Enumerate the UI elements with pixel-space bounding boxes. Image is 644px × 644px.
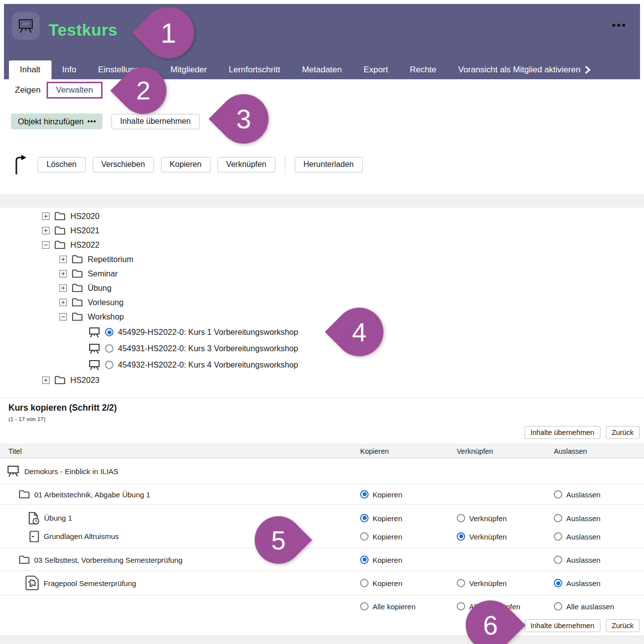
radio-selected[interactable] <box>360 514 369 522</box>
radio[interactable] <box>457 514 465 522</box>
tree-node-vorlesung[interactable]: Vorlesung <box>42 295 298 310</box>
table-buttons-bottom: Inhalte übernehmen Zurück <box>525 619 640 632</box>
option-verknuepfen[interactable]: Verknüpfen <box>457 532 507 540</box>
subtab-zeigen[interactable]: Zeigen <box>15 85 41 95</box>
folder-icon <box>54 376 65 384</box>
radio[interactable] <box>457 602 465 611</box>
tree-node-workshop[interactable]: Workshop <box>42 310 298 324</box>
row-title: Demokurs - Einblick in ILIAS <box>24 467 118 476</box>
radio[interactable] <box>457 579 465 588</box>
tab-rechte[interactable]: Rechte <box>399 60 447 79</box>
table-footer-row: Alle kopieren Alle verknüpfen Alle ausla… <box>0 595 644 617</box>
collapse-icon[interactable] <box>59 313 67 321</box>
radio-selected[interactable] <box>360 490 369 498</box>
radio[interactable] <box>554 532 562 540</box>
tab-export[interactable]: Export <box>353 60 399 79</box>
more-actions-icon[interactable] <box>612 24 625 27</box>
tab-lernfortschritt[interactable]: Lernfortschritt <box>218 60 291 79</box>
table-row: 03 Selbsttest, Vorbereitung Semesterprüf… <box>0 548 644 571</box>
radio[interactable] <box>360 579 369 588</box>
toolbar-divider <box>285 155 285 174</box>
table-row: 01 Arbeitstechnik, Abgabe Übung 1 Kopier… <box>0 484 644 505</box>
adopt-content-button-bottom[interactable]: Inhalte übernehmen <box>525 619 600 632</box>
radio[interactable] <box>360 602 369 611</box>
radio-course-selected[interactable] <box>105 328 113 336</box>
radio[interactable] <box>554 514 562 522</box>
radio[interactable] <box>360 532 369 540</box>
tab-bar: Inhalt Info Einstellungen Mitglieder Ler… <box>9 60 601 79</box>
download-button[interactable]: Herunterladen <box>295 157 363 172</box>
back-button-bottom[interactable]: Zurück <box>606 619 640 632</box>
option-auslassen[interactable]: Auslassen <box>554 579 600 588</box>
course-icon <box>88 326 101 338</box>
tree-node-hs2022[interactable]: HS2022 <box>42 238 298 252</box>
row-title: 03 Selbsttest, Vorbereitung Semesterprüf… <box>34 555 182 564</box>
option-auslassen[interactable]: Auslassen <box>554 555 600 564</box>
subtab-verwalten[interactable]: Verwalten <box>47 82 103 99</box>
course-icon <box>88 343 101 355</box>
option-verknuepfen[interactable]: Verknüpfen <box>457 514 507 522</box>
table-row-group: Übung 1 Kopieren Verknüpfen Auslassen Gr… <box>0 505 644 548</box>
option-alle-kopieren[interactable]: Alle kopieren <box>360 602 416 611</box>
move-button[interactable]: Verschieben <box>93 157 154 172</box>
table-row: Grundlagen Altruismus Kopieren Verknüpfe… <box>0 527 644 545</box>
tab-inhalt[interactable]: Inhalt <box>9 60 52 79</box>
expand-icon[interactable] <box>59 270 67 277</box>
collapse-icon[interactable] <box>42 241 50 249</box>
tree-node-repetitorium[interactable]: Repetitorium <box>42 252 298 267</box>
add-object-button[interactable]: Objekt hinzufügen <box>11 113 103 129</box>
option-kopieren[interactable]: Kopieren <box>360 579 402 588</box>
radio-selected[interactable] <box>360 555 369 564</box>
expand-icon[interactable] <box>42 376 50 384</box>
subtab-bar: Zeigen Verwalten <box>15 82 103 99</box>
option-kopieren[interactable]: Kopieren <box>360 555 402 564</box>
radio-course[interactable] <box>105 361 113 369</box>
tree-node-hs2023[interactable]: HS2023 <box>42 373 298 387</box>
tree-node-uebung[interactable]: Übung <box>42 281 298 295</box>
learning-module-icon <box>29 531 39 542</box>
radio-selected[interactable] <box>554 579 562 588</box>
table-row: Fragepool Semesterprüfung Kopieren Verkn… <box>0 571 644 595</box>
radio[interactable] <box>554 602 562 611</box>
adopt-content-button[interactable]: Inhalte übernehmen <box>111 114 200 129</box>
back-button-top[interactable]: Zurück <box>606 426 640 439</box>
tab-voransicht[interactable]: Voransicht als Mitglied aktivieren <box>447 60 601 79</box>
expand-icon[interactable] <box>42 227 50 234</box>
tree-node-seminar[interactable]: Seminar <box>42 267 298 281</box>
option-auslassen[interactable]: Auslassen <box>554 514 600 522</box>
radio[interactable] <box>554 490 562 498</box>
tree-course-kurs1[interactable]: 454929-HS2022-0: Kurs 1 Vorbereitungswor… <box>42 324 298 340</box>
expand-icon[interactable] <box>59 284 67 292</box>
link-button[interactable]: Verknüpfen <box>217 157 275 172</box>
option-kopieren[interactable]: Kopieren <box>360 532 402 540</box>
option-auslassen[interactable]: Auslassen <box>554 490 600 498</box>
copy-button[interactable]: Kopieren <box>161 157 211 172</box>
tree-node-hs2020[interactable]: HS2020 <box>42 209 298 223</box>
option-kopieren[interactable]: Kopieren <box>360 514 402 522</box>
option-alle-auslassen[interactable]: Alle auslassen <box>554 602 614 611</box>
option-auslassen[interactable]: Auslassen <box>554 532 600 540</box>
folder-icon <box>54 212 65 220</box>
tab-info[interactable]: Info <box>52 60 87 79</box>
tree-course-kurs3[interactable]: 454931-HS2022-0: Kurs 3 Vorbereitungswor… <box>42 340 298 357</box>
expand-icon[interactable] <box>42 213 50 220</box>
tab-metadaten[interactable]: Metadaten <box>291 60 353 79</box>
row-title: Fragepool Semesterprüfung <box>44 579 136 588</box>
radio[interactable] <box>554 555 562 564</box>
radio-selected[interactable] <box>457 532 465 540</box>
actions-toolbar: Löschen Verschieben Kopieren Verknüpfen … <box>14 154 363 175</box>
expand-icon[interactable] <box>59 299 67 306</box>
folder-icon <box>19 555 30 564</box>
option-kopieren[interactable]: Kopieren <box>360 490 402 498</box>
col-titel: Titel <box>8 447 22 455</box>
tab-mitglieder[interactable]: Mitglieder <box>160 60 218 79</box>
col-auslassen: Auslassen <box>554 447 587 455</box>
tree-node-hs2021[interactable]: HS2021 <box>42 223 298 238</box>
delete-button[interactable]: Löschen <box>38 157 86 172</box>
tree-course-kurs4[interactable]: 454932-HS2022-0: Kurs 4 Vorbereitungswor… <box>42 357 298 373</box>
adopt-content-button-top[interactable]: Inhalte übernehmen <box>525 426 600 439</box>
expand-icon[interactable] <box>59 256 67 263</box>
option-verknuepfen[interactable]: Verknüpfen <box>457 579 507 588</box>
radio-course[interactable] <box>105 344 113 353</box>
col-verknuepfen: Verknüpfen <box>457 447 493 455</box>
